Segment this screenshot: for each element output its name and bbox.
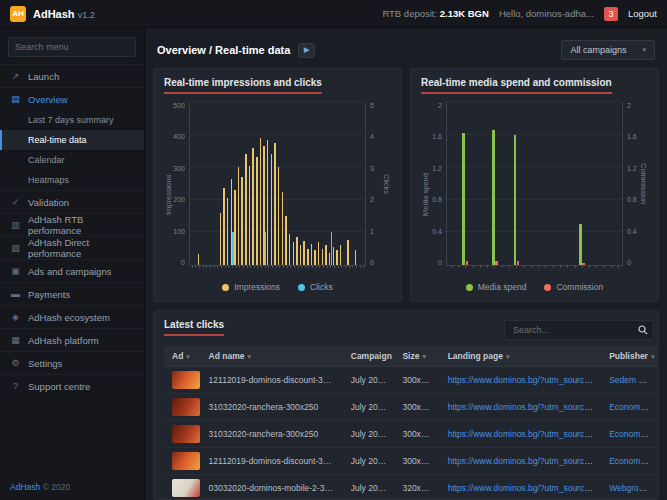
cell-publisher: Economedia	[601, 448, 659, 475]
cell-landing-page: https://www.dominos.bg/?utm_source=AdHas…	[440, 448, 602, 475]
column-label: Ad	[172, 351, 183, 361]
landing-page-link[interactable]: https://www.dominos.bg/?utm_source=AdHas…	[448, 375, 602, 385]
table-row[interactable]: 03032020-dominos-mobile-2-320x100July 20…	[164, 475, 659, 500]
column-header-campaign[interactable]: Campaign▾	[343, 346, 395, 367]
landing-page-link[interactable]: https://www.dominos.bg/?utm_source=AdHas…	[448, 402, 602, 412]
impressions-bar	[355, 250, 356, 265]
sidebar-item-adhash-direct-performance[interactable]: ▧AdHash Direct performance	[0, 236, 144, 259]
impressions-bar	[289, 234, 290, 265]
publisher-link[interactable]: Economedia	[609, 456, 656, 466]
x-tick	[276, 265, 277, 268]
x-tick	[305, 265, 306, 268]
column-header-size[interactable]: Size▾	[394, 346, 439, 367]
y-axis-label-left: Media spend	[421, 102, 430, 277]
publisher-link[interactable]: Webground	[609, 483, 653, 493]
impressions-bar	[322, 249, 323, 265]
table-row[interactable]: 12112019-dominos-discount-300x250July 20…	[164, 367, 659, 394]
x-tick	[250, 265, 251, 268]
rtb-deposit: RTB deposit: 2.13K BGN	[382, 8, 489, 19]
sidebar-item-payments[interactable]: ▬Payments	[0, 282, 144, 305]
sidebar-subitem-heatmaps[interactable]: Heatmaps	[0, 170, 144, 190]
charts-row: Real-time impressions and clicks Impress…	[153, 68, 659, 302]
topbar-brand: AH AdHash v1.2	[10, 6, 95, 22]
table-search-input[interactable]	[504, 320, 654, 340]
publisher-link[interactable]: Economedia	[609, 429, 656, 439]
logout-link[interactable]: Logout	[628, 8, 657, 19]
gridline	[447, 166, 622, 167]
x-tick	[312, 265, 313, 268]
user-greeting: Hello, dominos-adha...	[499, 8, 594, 19]
x-tick	[509, 265, 510, 268]
commission-dot-icon	[544, 284, 551, 291]
impressions-bar	[234, 190, 235, 265]
overview-icon: ▤	[10, 94, 21, 104]
column-header-publisher[interactable]: Publisher▾	[601, 346, 659, 367]
sidebar-item-ads-and-campaigns[interactable]: ▣Ads and campaigns	[0, 259, 144, 282]
search-icon[interactable]	[633, 320, 653, 339]
x-tick	[199, 265, 200, 268]
panel-title: Latest clicks	[164, 319, 224, 336]
launch-icon: ↗	[10, 71, 21, 81]
impressions-clicks-panel: Real-time impressions and clicks Impress…	[153, 68, 402, 302]
media-spend-bar	[579, 224, 582, 265]
footer-brand-link[interactable]: AdHash	[10, 482, 40, 492]
sidebar-subitem-last-7-days-summary[interactable]: Last 7 days summary	[0, 110, 144, 130]
sidebar-item-adhash-rtb-performance[interactable]: ▥AdHash RTB performance	[0, 213, 144, 236]
table-body: 12112019-dominos-discount-300x250July 20…	[164, 367, 659, 500]
sidebar-item-support-centre[interactable]: ?Support centre	[0, 374, 144, 397]
plot-area	[446, 102, 623, 266]
sort-icon: ▾	[651, 353, 655, 360]
sidebar-item-validation[interactable]: ✓Validation	[0, 190, 144, 213]
x-tick	[265, 265, 266, 268]
impressions-bar	[318, 242, 319, 265]
sidebar-subitem-calendar[interactable]: Calendar	[0, 150, 144, 170]
ad-thumbnail	[172, 452, 200, 470]
impressions-bar	[347, 240, 348, 265]
x-tick	[487, 265, 488, 268]
impressions-bar	[333, 247, 334, 265]
impressions-bar	[300, 245, 301, 265]
cell-campaign: July 2020	[343, 394, 395, 421]
landing-page-link[interactable]: https://www.dominos.bg/?utm_source=AdHas…	[448, 483, 602, 493]
x-tick	[323, 265, 324, 268]
media-spend-bar	[514, 135, 517, 265]
panel-title: Real-time impressions and clicks	[164, 77, 322, 94]
gridline	[447, 134, 622, 135]
campaigns-dropdown[interactable]: All campaigns ▾	[561, 40, 655, 60]
column-header-landing-page[interactable]: Landing page▾	[440, 346, 602, 367]
cell-campaign: July 2020	[343, 448, 395, 475]
sidebar-search-input[interactable]	[8, 37, 136, 57]
x-tick	[214, 265, 215, 268]
cell-landing-page: https://www.dominos.bg/?utm_source=AdHas…	[440, 421, 602, 448]
sidebar-item-settings[interactable]: ⚙Settings	[0, 351, 144, 374]
cell-ad-name: 12112019-dominos-discount-300x250	[201, 367, 343, 394]
column-header-ad[interactable]: Ad▾	[164, 346, 201, 367]
x-tick	[232, 265, 233, 268]
impressions-bar	[325, 245, 326, 265]
x-tick	[596, 265, 597, 268]
table-row[interactable]: 31032020-ranchera-300x250July 2020300x25…	[164, 421, 659, 448]
sidebar-subitem-real-time-data[interactable]: Real-time data	[0, 130, 144, 150]
table-row[interactable]: 31032020-ranchera-300x250July 2020300x25…	[164, 394, 659, 421]
landing-page-link[interactable]: https://www.dominos.bg/?utm_source=AdHas…	[448, 456, 602, 466]
sidebar-item-overview[interactable]: ▤Overview	[0, 87, 144, 110]
publisher-link[interactable]: Economedia	[609, 402, 656, 412]
publisher-link[interactable]: Sedem osmi	[609, 375, 656, 385]
sidebar-item-adhash-platform[interactable]: ▦AdHash platform	[0, 328, 144, 351]
notifications-badge[interactable]: 3	[604, 7, 618, 21]
x-tick	[236, 265, 237, 268]
column-header-ad-name[interactable]: Ad name▾	[201, 346, 343, 367]
play-icon[interactable]: ▶	[298, 43, 315, 58]
x-tick	[502, 265, 503, 268]
x-tick	[618, 265, 619, 268]
commission-bar	[495, 261, 498, 265]
impressions-bar	[311, 244, 312, 265]
x-tick	[239, 265, 240, 268]
platform-icon: ▦	[10, 335, 21, 345]
sidebar-item-adhash-ecosystem[interactable]: ◈AdHash ecosystem	[0, 305, 144, 328]
landing-page-link[interactable]: https://www.dominos.bg/?utm_source=AdHas…	[448, 429, 602, 439]
table-row[interactable]: 12112019-dominos-discount-300x250July 20…	[164, 448, 659, 475]
commission-bar	[466, 261, 469, 265]
sidebar-item-launch[interactable]: ↗Launch	[0, 64, 144, 87]
x-tick	[287, 265, 288, 268]
